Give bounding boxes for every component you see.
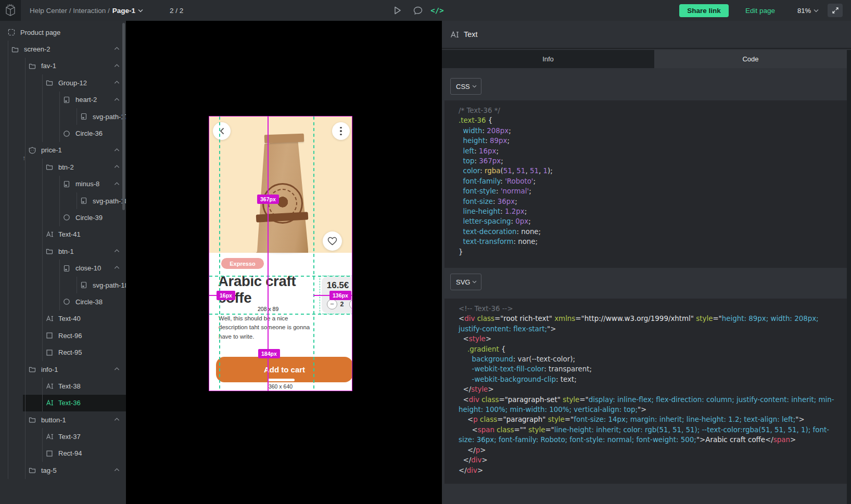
indent-guide bbox=[42, 395, 46, 411]
indent-guide bbox=[25, 243, 42, 260]
heart-icon bbox=[327, 237, 337, 245]
layer-row-rect-95[interactable]: Rect-95 bbox=[0, 344, 126, 360]
layer-row-btn-1[interactable]: btn-1 bbox=[0, 243, 126, 260]
layer-label: heart-2 bbox=[75, 96, 97, 104]
layer-row-svg-path-183[interactable]: svg-path-183 bbox=[0, 192, 126, 209]
collapse-chevron-icon[interactable] bbox=[114, 468, 120, 472]
code-line: </style> bbox=[459, 384, 835, 394]
indent-guide bbox=[8, 277, 25, 293]
indent-guide bbox=[25, 411, 29, 428]
layer-row-circle-36[interactable]: Circle-36 bbox=[0, 125, 126, 141]
layer-row-svg-path-181[interactable]: svg-path-181 bbox=[0, 277, 126, 293]
panel-scrollbar-track[interactable] bbox=[847, 50, 851, 504]
css-code-block[interactable]: /* Text-36 */.text-36 { width: 208px; he… bbox=[444, 100, 847, 268]
collapse-chevron-icon[interactable] bbox=[114, 417, 120, 421]
layer-row-group-12[interactable]: Group-12 bbox=[0, 74, 126, 91]
layer-row-tag-5[interactable]: tag-5 bbox=[0, 462, 126, 479]
text-icon bbox=[46, 433, 54, 441]
collapse-chevron-icon[interactable] bbox=[114, 63, 120, 68]
indent-guide bbox=[8, 428, 25, 445]
layer-row-svg-path-176[interactable]: svg-path-176 bbox=[0, 108, 126, 125]
measure-chip-top: 367px bbox=[257, 195, 279, 204]
layer-label: fav-1 bbox=[41, 62, 56, 70]
layer-row-heart-2[interactable]: heart-2 bbox=[0, 92, 126, 108]
indent-guide bbox=[42, 226, 46, 243]
layer-row-text-38[interactable]: Text-38 bbox=[0, 378, 126, 394]
indent-guide bbox=[25, 428, 42, 445]
app-logo[interactable] bbox=[0, 0, 21, 21]
svgfile-icon bbox=[63, 96, 71, 104]
layer-label: info-1 bbox=[41, 366, 58, 373]
layer-row-product page[interactable]: Product page bbox=[0, 24, 126, 41]
indent-guide bbox=[25, 277, 42, 293]
layer-row-text-41[interactable]: Text-41 bbox=[0, 226, 126, 243]
code-line: text-decoration: none; bbox=[459, 227, 835, 237]
svg-format-select[interactable]: SVG bbox=[450, 274, 481, 290]
layer-row-rect-94[interactable]: Rect-94 bbox=[0, 445, 126, 462]
rect-icon bbox=[46, 449, 54, 457]
indent-guide bbox=[42, 260, 59, 276]
layer-row-screen-2[interactable]: screen-2 bbox=[0, 41, 126, 57]
indent-guide bbox=[59, 176, 63, 192]
share-link-button[interactable]: Share link bbox=[679, 4, 729, 17]
indent-guide bbox=[42, 327, 46, 344]
layer-row-text-37[interactable]: Text-37 bbox=[0, 428, 126, 445]
edit-page-link[interactable]: Edit page bbox=[745, 0, 775, 21]
collapse-chevron-icon[interactable] bbox=[114, 97, 120, 101]
indent-guide bbox=[8, 243, 25, 260]
folder-icon bbox=[46, 79, 54, 87]
folder-icon bbox=[29, 62, 36, 70]
layer-row-close-10[interactable]: close-10 bbox=[0, 260, 126, 276]
layer-row-rect-96[interactable]: Rect-96 bbox=[0, 327, 126, 344]
favorite-button[interactable] bbox=[323, 231, 342, 251]
tab-info[interactable]: Info bbox=[442, 50, 654, 68]
indent-guide bbox=[42, 293, 59, 310]
layer-label: Text-41 bbox=[58, 230, 81, 238]
code-toggle-button[interactable]: </> bbox=[430, 0, 444, 21]
indent-guide bbox=[8, 327, 25, 344]
css-format-select[interactable]: CSS bbox=[450, 78, 481, 95]
zoom-level-control[interactable]: 81% bbox=[797, 0, 819, 21]
layer-row-fav-1[interactable]: fav-1 bbox=[0, 58, 126, 74]
collapse-chevron-icon[interactable] bbox=[114, 367, 120, 371]
layer-tree: Product pagescreen-2fav-1Group-12heart-2… bbox=[0, 24, 126, 479]
home-indicator bbox=[268, 379, 295, 381]
collapse-chevron-icon[interactable] bbox=[114, 80, 120, 84]
fullscreen-button[interactable] bbox=[828, 4, 843, 17]
product-title: Arabic craft coffe bbox=[218, 273, 325, 307]
collapse-chevron-icon[interactable] bbox=[114, 249, 120, 253]
layer-row-text-36[interactable]: Text-36 bbox=[0, 395, 126, 411]
layer-row-btn-2[interactable]: ↑btn-2 bbox=[0, 159, 126, 175]
code-line: <!-- Text-36 --> bbox=[459, 304, 835, 314]
breadcrumb[interactable]: Help Center / Interaction / Page-1 bbox=[30, 0, 143, 21]
sidebar-scrollbar[interactable] bbox=[122, 23, 125, 210]
layer-row-circle-38[interactable]: Circle-38 bbox=[0, 293, 126, 310]
collapse-chevron-icon[interactable] bbox=[114, 265, 120, 269]
indent-guide bbox=[8, 125, 25, 141]
back-button[interactable] bbox=[213, 122, 231, 140]
code-line: <div class="paragraph-set" style="displa… bbox=[459, 395, 835, 415]
more-menu-button[interactable] bbox=[332, 122, 350, 140]
collapse-chevron-icon[interactable] bbox=[114, 46, 120, 50]
layer-row-button-1[interactable]: button-1 bbox=[0, 411, 126, 428]
design-canvas[interactable]: Expresso Arabic craft coffe 208 x 89 Wel… bbox=[126, 21, 442, 504]
indent-guide bbox=[8, 108, 25, 125]
layer-row-info-1[interactable]: info-1 bbox=[0, 361, 126, 378]
layer-row-price-1[interactable]: price-1 bbox=[0, 142, 126, 159]
collapse-chevron-icon[interactable] bbox=[114, 182, 120, 186]
layer-row-circle-39[interactable]: Circle-39 bbox=[0, 209, 126, 226]
comment-button[interactable] bbox=[411, 0, 425, 21]
product-screen-artboard[interactable]: Expresso Arabic craft coffe 208 x 89 Wel… bbox=[209, 116, 352, 391]
code-line: <p class="paragraph" style="font-size: 1… bbox=[459, 415, 835, 424]
tab-code[interactable]: Code bbox=[654, 50, 847, 68]
code-line: text-transform: none; bbox=[459, 237, 835, 247]
play-button[interactable] bbox=[390, 0, 405, 21]
indent-guide bbox=[8, 226, 25, 243]
layer-row-minus-8[interactable]: minus-8 bbox=[0, 176, 126, 192]
collapse-chevron-icon[interactable] bbox=[114, 164, 120, 169]
svg-code-block[interactable]: <!-- Text-36 --><div class="root rich-te… bbox=[444, 299, 847, 484]
collapse-chevron-icon[interactable] bbox=[114, 148, 120, 152]
layer-row-text-40[interactable]: Text-40 bbox=[0, 311, 126, 327]
layer-label: price-1 bbox=[41, 146, 62, 154]
indent-guide bbox=[25, 58, 29, 74]
